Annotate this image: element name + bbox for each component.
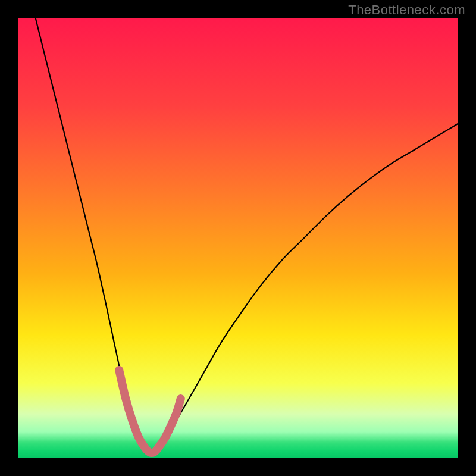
bottleneck-chart: [0, 0, 476, 476]
outer-frame: TheBottleneck.com: [0, 0, 476, 476]
watermark-text: TheBottleneck.com: [348, 2, 465, 18]
plot-background: [18, 18, 458, 458]
